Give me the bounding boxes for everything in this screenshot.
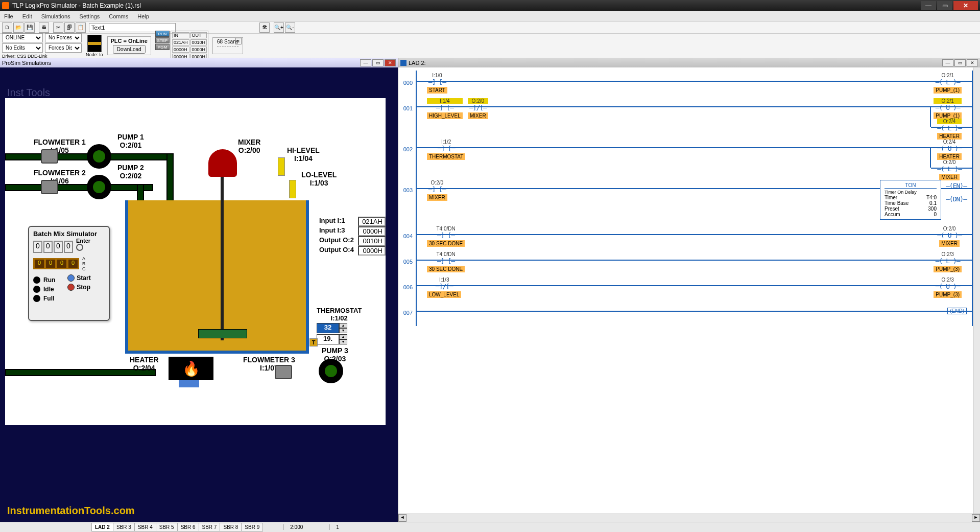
coil[interactable]: O:2/4—( U )—HEATER	[937, 139, 962, 160]
bottom-tab[interactable]: SBR 8	[220, 523, 242, 531]
ladder-max-icon[interactable]: ▭	[954, 59, 966, 66]
thermo-setpoint[interactable]: 32 ▲▼	[317, 323, 362, 333]
coil[interactable]: O:2/1—( U )—PUMP_(1)	[934, 98, 962, 119]
heater: 🔥	[169, 357, 213, 380]
bottom-tab[interactable]: SBR 7	[199, 523, 221, 531]
instruction[interactable]: I:1/4—] [—HIGH_LEVEL	[427, 98, 463, 119]
pgm-button[interactable]: PGM	[155, 44, 170, 50]
edits-combo[interactable]: No Edits	[2, 43, 43, 53]
save-icon[interactable]: 💾	[25, 22, 35, 33]
rung[interactable]: 003O:2/0—] [—MIXERTONTimer On DelayTimer…	[398, 178, 973, 224]
stop-button[interactable]	[67, 284, 75, 291]
rung[interactable]: 001I:1/4—] [—HIGH_LEVELO:2/0—]/[—MIXERO:…	[398, 96, 973, 137]
bottom-tab[interactable]: SBR 3	[113, 523, 135, 531]
rung[interactable]: 004T4:0/DN—] [—30 SEC DONEO:2/0—( U )—MI…	[398, 224, 973, 249]
ladder-close-icon[interactable]: ✕	[967, 59, 978, 66]
coil[interactable]: O:2/1—( L )—PUMP_(1)	[934, 73, 962, 94]
flowmeter-2	[41, 180, 58, 194]
close-button[interactable]: ✕	[953, 1, 978, 10]
flowmeter-3	[275, 365, 292, 379]
instruction[interactable]: O:2/0—]/[—MIXER	[468, 98, 488, 119]
zoom-in-icon[interactable]: 🔍+	[274, 22, 284, 33]
bottom-tab[interactable]: SBR 4	[134, 523, 156, 531]
zoom-out-icon[interactable]: 🔍-	[285, 22, 295, 33]
ladder-body[interactable]: 000I:1/0—] [—STARTO:2/1—( L )—PUMP_(1)00…	[398, 67, 980, 514]
paste-icon[interactable]: 📋	[76, 22, 86, 33]
pv-up-icon[interactable]: ▲	[339, 334, 347, 339]
forces-combo[interactable]: No Forces	[45, 33, 82, 42]
instruction[interactable]: T4:0/DN—] [—30 SEC DONE	[427, 251, 465, 272]
mode-combo[interactable]: ONLINE	[2, 33, 43, 42]
pump-3[interactable]	[319, 359, 343, 383]
menu-help[interactable]: Help	[137, 13, 149, 19]
plc-toolbar: ONLINE No Forces No Edits Forces Disable…	[0, 34, 980, 58]
menu-comms[interactable]: Comms	[109, 13, 128, 19]
ton-block[interactable]: TONTimer On DelayTimerT4:0Time Base0.1Pr…	[880, 180, 941, 220]
hscroll-left-icon[interactable]: ◄	[398, 514, 407, 522]
bottom-tab[interactable]: SBR 9	[241, 523, 263, 531]
instruction[interactable]: T4:0/DN—] [—30 SEC DONE	[427, 226, 465, 247]
menu-simulations[interactable]: Simulations	[41, 13, 70, 19]
rung[interactable]: 006I:1/3—]/[—LOW_LEVELO:2/3—( U )—PUMP_(…	[398, 275, 973, 300]
minimize-button[interactable]: —	[921, 1, 936, 10]
tools-icon[interactable]: 🛠	[259, 22, 270, 33]
thermo-pv[interactable]: 19. ▲▼	[317, 334, 362, 344]
instruction[interactable]: O:2/0—] [—MIXER	[427, 180, 447, 201]
app-icon	[2, 2, 9, 9]
sp-dn-icon[interactable]: ▼	[339, 328, 347, 333]
run-button[interactable]: RUN	[155, 31, 170, 37]
rung-number: 005	[398, 249, 416, 265]
cut-icon[interactable]: ✂	[53, 22, 63, 33]
coil[interactable]: O:2/0—( L )—MIXER	[937, 159, 962, 180]
rung[interactable]: 005T4:0/DN—] [—30 SEC DONEO:2/3—( L )—PU…	[398, 249, 973, 275]
maximize-button[interactable]: ▭	[937, 1, 952, 10]
thermostat: THERMOSTAT I:1/02 T 32 ▲▼ 19. ▲▼	[317, 307, 362, 344]
bottom-tab[interactable]: LAD 2	[91, 523, 113, 531]
download-button[interactable]: DownLoad	[113, 45, 146, 54]
prosim-close-icon[interactable]: ✕	[385, 59, 396, 66]
rung-number: 000	[398, 71, 416, 86]
rung[interactable]: 000I:1/0—] [—STARTO:2/1—( L )—PUMP_(1)	[398, 71, 973, 96]
plc-status-box: PLC = OnLine DownLoad	[107, 36, 151, 55]
ladder-hscroll[interactable]: ◄ ►	[398, 514, 980, 522]
print-icon[interactable]: 🖶	[39, 22, 49, 33]
menu-file[interactable]: File	[4, 13, 13, 19]
pump-2[interactable]	[87, 175, 111, 199]
ladder-vscroll[interactable]	[973, 67, 980, 514]
copy-icon[interactable]: 🗐	[64, 22, 75, 33]
coil[interactable]: O:2/3—( L )—PUMP_(3)	[934, 251, 962, 272]
start-button[interactable]	[67, 274, 75, 282]
ladder-min-icon[interactable]: —	[942, 59, 953, 66]
rung[interactable]: 007(END)	[398, 300, 973, 326]
abc-switch[interactable]: A B C	[82, 256, 86, 271]
prosim-max-icon[interactable]: ▭	[372, 59, 384, 66]
instruction[interactable]: I:1/2—] [—THERMOSTAT	[427, 139, 465, 160]
rung[interactable]: 002I:1/2—] [—THERMOSTATO:2/4—( U )—HEATE…	[398, 137, 973, 178]
menu-settings[interactable]: Settings	[80, 13, 100, 19]
pump-1[interactable]	[87, 144, 111, 169]
open-icon[interactable]: 📂	[13, 22, 23, 33]
thumbwheel[interactable]: 0000	[33, 241, 73, 253]
step-button[interactable]: STEP	[155, 37, 170, 43]
coil[interactable]: O:2/3—( U )—PUMP_(3)	[934, 277, 962, 298]
io-readouts: Input I:1021AH Input I:30000H Output O:2…	[319, 217, 386, 256]
menu-edit[interactable]: Edit	[22, 13, 32, 19]
bottom-tab[interactable]: SBR 5	[156, 523, 178, 531]
forces-en-combo[interactable]: Forces Disabled	[45, 43, 82, 53]
pv-dn-icon[interactable]: ▼	[339, 339, 347, 344]
instruction[interactable]: I:1/3—]/[—LOW_LEVEL	[427, 277, 461, 298]
hi-level-label: HI-LEVELI:1/04	[287, 146, 320, 163]
coil[interactable]: O:2/0—( U )—MIXER	[937, 226, 962, 247]
full-indicator: Full	[33, 295, 55, 302]
coil[interactable]: O:2/4—( L )—HEATER	[937, 119, 962, 140]
sp-up-icon[interactable]: ▲	[339, 323, 347, 328]
instruction[interactable]: I:1/0—] [—START	[427, 73, 447, 94]
bottom-tab[interactable]: SBR 6	[177, 523, 199, 531]
enter-button[interactable]	[76, 244, 83, 251]
end-marker: (END)	[947, 308, 967, 314]
hscroll-right-icon[interactable]: ►	[972, 514, 980, 522]
window-title: TLP LogixPro Simulator - Batch Example (…	[12, 2, 141, 9]
prosim-min-icon[interactable]: —	[360, 59, 371, 66]
scans-close-icon[interactable]: ×	[235, 38, 242, 44]
new-icon[interactable]: 🗋	[2, 22, 12, 33]
